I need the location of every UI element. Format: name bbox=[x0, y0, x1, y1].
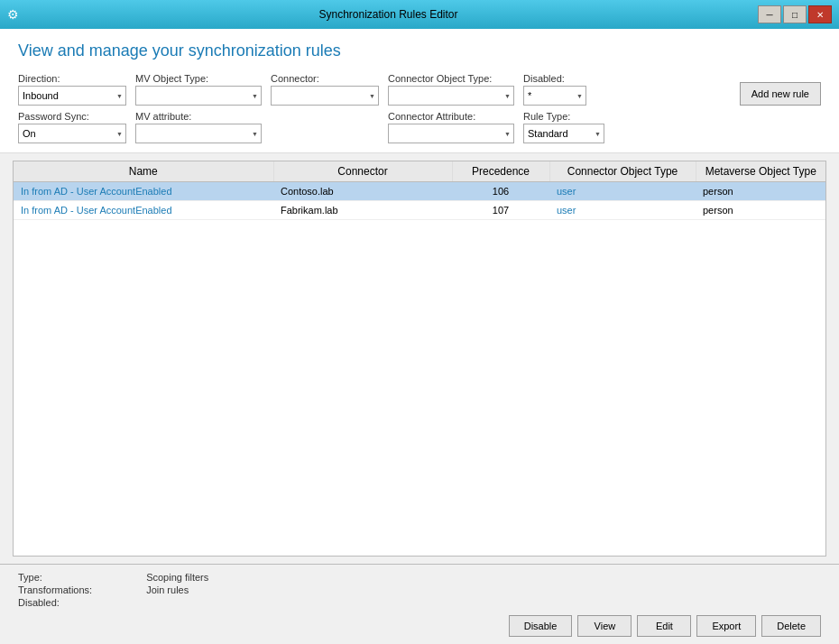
password-sync-label: Password Sync: bbox=[18, 111, 126, 122]
connector-select[interactable] bbox=[271, 86, 379, 106]
disabled-select-wrapper[interactable]: * Yes No bbox=[523, 86, 586, 106]
connector-attribute-select-wrapper[interactable] bbox=[388, 124, 514, 143]
connector-object-type-label: Connector Object Type: bbox=[388, 73, 514, 84]
title-bar-title: Synchronization Rules Editor bbox=[19, 8, 758, 21]
connector-attribute-label: Connector Attribute: bbox=[388, 111, 514, 122]
bottom-info-right: Scoping filters Join rules bbox=[146, 572, 208, 608]
col-header-precedence: Precedence bbox=[452, 161, 549, 182]
direction-group: Direction: Inbound Outbound bbox=[18, 73, 126, 106]
bottom-panel: Type: Transformations: Disabled: Scoping… bbox=[0, 564, 839, 644]
page-title: View and manage your synchronization rul… bbox=[18, 41, 821, 60]
mv-attribute-label: MV attribute: bbox=[135, 111, 262, 122]
export-button[interactable]: Export bbox=[696, 615, 756, 637]
title-bar: ⚙ Synchronization Rules Editor ─ □ ✕ bbox=[0, 0, 839, 29]
restore-button[interactable]: □ bbox=[783, 5, 807, 23]
main-content: View and manage your synchronization rul… bbox=[0, 29, 839, 644]
direction-label: Direction: bbox=[18, 73, 126, 84]
rule-type-select-wrapper[interactable]: Standard Custom bbox=[523, 124, 604, 143]
mv-attribute-group: MV attribute: bbox=[135, 111, 262, 143]
password-sync-select-wrapper[interactable]: On Off bbox=[18, 124, 126, 143]
cell-connector: Contoso.lab bbox=[273, 182, 452, 201]
password-sync-select[interactable]: On Off bbox=[18, 124, 126, 143]
rule-type-select[interactable]: Standard Custom bbox=[523, 124, 604, 143]
disabled-select[interactable]: * Yes No bbox=[523, 86, 586, 106]
header-section: View and manage your synchronization rul… bbox=[0, 29, 839, 153]
rule-name-link[interactable]: In from AD - User AccountEnabled bbox=[21, 186, 172, 197]
connector-attribute-select[interactable] bbox=[388, 124, 514, 143]
password-sync-group: Password Sync: On Off bbox=[18, 111, 126, 143]
view-button[interactable]: View bbox=[577, 615, 632, 637]
connector-object-type-select[interactable] bbox=[388, 86, 514, 106]
connector-object-type-group: Connector Object Type: bbox=[388, 73, 514, 106]
filter-row-1: Direction: Inbound Outbound MV Object Ty… bbox=[18, 73, 821, 106]
connector-group: Connector: bbox=[271, 73, 379, 106]
cot-link[interactable]: user bbox=[557, 186, 576, 197]
mv-object-type-select[interactable] bbox=[135, 86, 262, 106]
title-bar-controls[interactable]: ─ □ ✕ bbox=[758, 5, 832, 23]
bottom-info-left: Type: Transformations: Disabled: bbox=[18, 572, 92, 608]
title-bar-left: ⚙ bbox=[7, 7, 19, 22]
col-header-connector: Connector bbox=[273, 161, 452, 182]
rules-table: Name Connector Precedence Connector Obje… bbox=[14, 161, 825, 220]
cell-cot: user bbox=[549, 182, 696, 201]
mv-object-type-group: MV Object Type: bbox=[135, 73, 262, 106]
app-icon: ⚙ bbox=[7, 7, 19, 22]
direction-select-wrapper[interactable]: Inbound Outbound bbox=[18, 86, 126, 106]
connector-select-wrapper[interactable] bbox=[271, 86, 379, 106]
cell-mot: person bbox=[696, 182, 825, 201]
cot-link[interactable]: user bbox=[557, 205, 576, 216]
cell-connector: Fabrikam.lab bbox=[273, 201, 452, 220]
bottom-buttons: Disable View Edit Export Delete bbox=[18, 615, 821, 637]
minimize-button[interactable]: ─ bbox=[758, 5, 781, 23]
rule-name-link[interactable]: In from AD - User AccountEnabled bbox=[21, 205, 172, 216]
cell-mot: person bbox=[696, 201, 825, 220]
col-header-name: Name bbox=[14, 161, 273, 182]
col-header-mot: Metaverse Object Type bbox=[696, 161, 825, 182]
rule-type-group: Rule Type: Standard Custom bbox=[523, 111, 604, 143]
mv-attribute-select-wrapper[interactable] bbox=[135, 124, 262, 143]
cell-precedence: 106 bbox=[452, 182, 549, 201]
table-header-row: Name Connector Precedence Connector Obje… bbox=[14, 161, 825, 182]
table-body: In from AD - User AccountEnabled Contoso… bbox=[14, 182, 825, 220]
add-new-rule-button[interactable]: Add new rule bbox=[740, 82, 821, 106]
type-label: Type: bbox=[18, 572, 92, 583]
bottom-info-row: Type: Transformations: Disabled: Scoping… bbox=[18, 572, 821, 608]
edit-button[interactable]: Edit bbox=[637, 615, 691, 637]
mv-object-type-label: MV Object Type: bbox=[135, 73, 262, 84]
connector-attribute-group: Connector Attribute: bbox=[388, 111, 514, 143]
table-row[interactable]: In from AD - User AccountEnabled Fabrika… bbox=[14, 201, 825, 220]
join-rules-label: Join rules bbox=[146, 584, 208, 595]
cell-precedence: 107 bbox=[452, 201, 549, 220]
disabled-info-label: Disabled: bbox=[18, 597, 92, 608]
close-button[interactable]: ✕ bbox=[808, 5, 832, 23]
mv-object-type-select-wrapper[interactable] bbox=[135, 86, 262, 106]
direction-select[interactable]: Inbound Outbound bbox=[18, 86, 126, 106]
rules-table-area: Name Connector Precedence Connector Obje… bbox=[13, 161, 826, 557]
filter-area: Direction: Inbound Outbound MV Object Ty… bbox=[18, 73, 821, 143]
add-new-rule-wrapper: Add new rule bbox=[740, 82, 821, 106]
cell-name: In from AD - User AccountEnabled bbox=[14, 182, 273, 201]
cell-cot: user bbox=[549, 201, 696, 220]
cell-name: In from AD - User AccountEnabled bbox=[14, 201, 273, 220]
mv-attribute-select[interactable] bbox=[135, 124, 262, 143]
filter-row-2: Password Sync: On Off MV attribute: bbox=[18, 111, 821, 143]
disabled-label: Disabled: bbox=[523, 73, 586, 84]
scoping-filters-label: Scoping filters bbox=[146, 572, 208, 583]
transformations-label: Transformations: bbox=[18, 584, 92, 595]
rule-type-label: Rule Type: bbox=[523, 111, 604, 122]
connector-object-type-select-wrapper[interactable] bbox=[388, 86, 514, 106]
table-row[interactable]: In from AD - User AccountEnabled Contoso… bbox=[14, 182, 825, 201]
connector-label: Connector: bbox=[271, 73, 379, 84]
col-header-cot: Connector Object Type bbox=[549, 161, 696, 182]
disabled-group: Disabled: * Yes No bbox=[523, 73, 586, 106]
disable-button[interactable]: Disable bbox=[509, 615, 573, 637]
delete-button[interactable]: Delete bbox=[761, 615, 821, 637]
